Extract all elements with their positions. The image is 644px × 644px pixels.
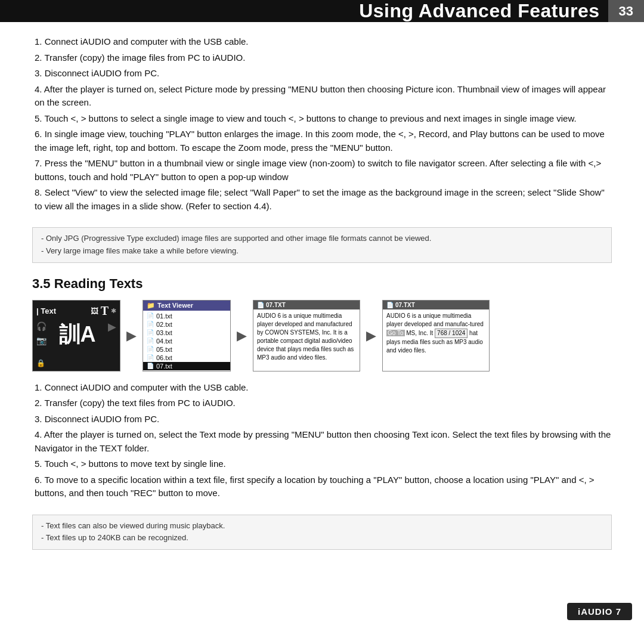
text-content-header: 📄 07.TXT <box>253 301 360 309</box>
file-list-screenshot: 📁 Text Viewer 📄01.txt 📄02.txt 📄03.txt 📄0… <box>143 300 231 371</box>
list-item: 4. After the player is turned on, select… <box>35 428 612 455</box>
note-line: - Text files up to 240KB can be recogniz… <box>41 532 603 544</box>
file-list-header: 📁 Text Viewer <box>143 301 230 311</box>
list-item: 3. Disconnect iAUDIO from PC. <box>35 67 612 80</box>
list-item: 3. Disconnect iAUDIO from PC. <box>35 413 612 426</box>
text-goto-screenshot: 📄 07.TXT AUDIO 6 is a unique multimedia … <box>382 300 490 371</box>
file-icon: 📄 <box>147 354 154 361</box>
note-line: - Very large image files make take a whi… <box>41 245 603 258</box>
file-icon: 📄 <box>147 346 154 352</box>
file-icon: 📄 <box>147 312 154 319</box>
list-item: 5. Touch <, > buttons to move text by si… <box>35 457 612 471</box>
list-item-selected: 📄07.txt <box>143 362 230 370</box>
list-item: 📄04.txt <box>143 337 230 345</box>
file-icon: 📄 <box>147 321 154 327</box>
list-item: 1. Connect iAUDIO and computer with the … <box>35 35 612 49</box>
text-content-body: AUDIO 6 is a unique multimedia player de… <box>253 309 360 364</box>
brand-badge: iAUDIO 7 <box>567 603 632 620</box>
list-item: 6. To move to a specific location within… <box>35 473 612 500</box>
list-item: 2. Transfer (copy) the image files from … <box>35 51 612 65</box>
page-info-box: 768 / 1024 <box>435 329 467 338</box>
title-bar: Using Advanced Features <box>0 0 608 22</box>
folder-icon: 📁 <box>147 302 155 309</box>
device-body: 🎧 📷 訓A ▶ <box>36 320 116 357</box>
file-icon: 📄 <box>257 302 264 308</box>
list-item: 2. Transfer (copy) the text files from P… <box>35 397 612 410</box>
arrow-3: ▶ <box>364 328 379 343</box>
device-bottom: 🔒 <box>36 359 116 367</box>
page-number: 33 <box>608 0 644 22</box>
list-item: 8. Select "View" to view the selected im… <box>35 186 612 213</box>
file-list-body: 📄01.txt 📄02.txt 📄03.txt 📄04.txt 📄05.txt … <box>143 311 230 371</box>
text-ms: MS, Inc. It <box>405 330 435 336</box>
list-item: 📄05.txt <box>143 345 230 354</box>
section-heading: 3.5 Reading Texts <box>32 276 612 292</box>
text-goto-title: 07.TXT <box>395 302 415 308</box>
arrow-2: ▶ <box>234 328 249 343</box>
list-item: 7. Press the "MENU" button in a thumbnai… <box>35 157 612 184</box>
file-icon: 📄 <box>147 338 154 344</box>
list-item: 📄03.txt <box>143 329 230 337</box>
file-icon: 📄 <box>147 329 154 336</box>
list-item: 📄02.txt <box>143 320 230 329</box>
text-content-screenshot: 📄 07.TXT AUDIO 6 is a unique multimedia … <box>253 300 360 371</box>
list-item: 4. After the player is turned on, select… <box>35 83 612 110</box>
device-left-icons: 🎧 📷 <box>36 321 47 345</box>
reading-notes: - Text files can also be viewed during m… <box>32 515 612 550</box>
right-arrow: ▶ <box>108 320 116 333</box>
text-goto-header: 📄 07.TXT <box>383 301 489 309</box>
note-line: - Only JPG (Progressive Type excluded) i… <box>41 233 603 245</box>
image-icon: 🖼 <box>91 306 98 315</box>
reading-steps-list: 1. Connect iAUDIO and computer with the … <box>32 381 612 503</box>
bottom-icon: 🔒 <box>36 359 45 367</box>
goto-highlight: Go To <box>386 330 405 336</box>
file-list-title: Text Viewer <box>157 302 193 309</box>
page-title: Using Advanced Features <box>359 0 608 22</box>
page-footer: iAUDIO 7 <box>0 597 644 626</box>
text-before: AUDIO 6 is a unique multimedia player de… <box>386 312 484 327</box>
arrow-1: ▶ <box>124 328 139 343</box>
t-icon: T <box>101 304 109 318</box>
kanji-display: 訓A <box>59 320 96 349</box>
text-content-title: 07.TXT <box>266 302 286 308</box>
image-notes: - Only JPG (Progressive Type excluded) i… <box>32 227 612 263</box>
photo-icon: 📷 <box>36 336 47 345</box>
text-goto-body: AUDIO 6 is a unique multimedia player de… <box>383 309 489 357</box>
note-line: - Text files can also be viewed during m… <box>41 520 603 532</box>
list-item: 📄01.txt <box>143 312 230 320</box>
headphone-icon: 🎧 <box>36 321 47 331</box>
list-item: 📄06.txt <box>143 354 230 362</box>
page: Using Advanced Features 33 1. Connect iA… <box>0 0 644 644</box>
list-item: 5. Touch <, > buttons to select a single… <box>35 112 612 126</box>
file-icon: 📄 <box>386 302 394 308</box>
screenshots-row: | Text 🖼 T ✱ 🎧 📷 訓A ▶ 🔒 <box>32 300 612 371</box>
device-center: 訓A <box>47 320 108 349</box>
file-icon: 📄 <box>147 363 154 369</box>
settings-icon: ✱ <box>111 307 116 315</box>
device-top-bar: | Text 🖼 T ✱ <box>36 304 116 318</box>
list-item: 1. Connect iAUDIO and computer with the … <box>35 381 612 395</box>
list-item: 6. In single image view, touching "PLAY"… <box>35 128 612 154</box>
image-steps-list: 1. Connect iAUDIO and computer with the … <box>32 35 612 215</box>
device-screenshot: | Text 🖼 T ✱ 🎧 📷 訓A ▶ 🔒 <box>32 300 120 371</box>
page-header: Using Advanced Features 33 <box>0 0 644 22</box>
device-top-icons: 🖼 T ✱ <box>91 304 116 318</box>
text-label: | Text <box>36 306 56 315</box>
